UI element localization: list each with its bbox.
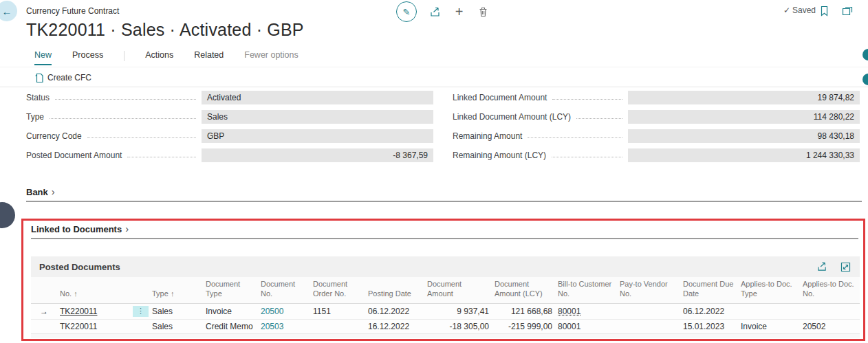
bank-section: Bank › (26, 186, 862, 202)
cell-document-amount-lcy: 121 668,68 (492, 303, 555, 319)
no-link[interactable]: TK220011 (60, 307, 98, 316)
col-no[interactable]: No. ↑ (57, 277, 130, 303)
document-no-link[interactable]: 20503 (261, 322, 283, 331)
cell-type: Sales (149, 319, 203, 333)
dotted-leader (55, 99, 196, 100)
back-arrow-icon: ← (2, 5, 12, 17)
posted-document-amount-field[interactable]: -8 367,59 (202, 148, 433, 162)
cell-pay-to-vendor-no (617, 303, 680, 319)
posted-documents-card: Posted Documents (31, 256, 860, 338)
share-button[interactable] (429, 6, 441, 18)
share-list-button[interactable] (816, 261, 827, 273)
cell-bill-to-customer-no: 80001 (555, 319, 617, 333)
dotted-leader (552, 157, 622, 157)
popout-window-icon (842, 6, 853, 16)
remaining-amount-label: Remaining Amount (453, 131, 522, 143)
currency-future-contract-page: ← Currency Future Contract ✎ + ✓ Saved (0, 0, 868, 343)
row-menu-button[interactable]: ⋮ (133, 306, 149, 317)
new-record-button[interactable]: + (453, 6, 465, 18)
back-button[interactable]: ← (0, 1, 17, 21)
col-applies-to-doc-no[interactable]: Applies-to Doc. No. (800, 277, 860, 303)
active-row-arrow-icon: → (40, 307, 48, 316)
linked-to-documents-section: Linked to Documents › (31, 223, 858, 239)
document-no-link[interactable]: 20500 (261, 307, 283, 316)
type-field[interactable]: Sales (202, 110, 433, 124)
cell-document-type: Invoice (203, 303, 258, 319)
currency-code-field[interactable]: GBP (202, 129, 433, 143)
pencil-icon: ✎ (403, 7, 411, 17)
expand-list-button[interactable] (840, 261, 851, 273)
col-document-amount-lcy[interactable]: Document Amount (LCY) (492, 277, 555, 303)
cell-type: Sales (149, 303, 203, 319)
new-document-icon (34, 73, 43, 83)
section-divider (31, 238, 858, 239)
table-row[interactable]: TK220011 Sales Credit Memo 20503 16.12.2… (31, 319, 860, 333)
col-applies-to-doc-type[interactable]: Applies-to Doc. Type (738, 277, 800, 303)
linked-document-amount-field[interactable]: 19 874,82 (628, 91, 860, 104)
table-row[interactable]: → TK220011 ⋮ Sales Invoice 20500 1151 06… (31, 303, 860, 319)
col-document-due-date[interactable]: Document Due Date (680, 277, 738, 303)
tab-new[interactable]: New (34, 50, 52, 65)
bank-section-header[interactable]: Bank › (26, 186, 862, 198)
col-type[interactable]: Type ↑ (149, 277, 203, 303)
cell-no: TK220011 (57, 319, 130, 333)
bank-section-title: Bank (26, 187, 48, 197)
col-pay-to-vendor-no[interactable]: Pay-to Vendor No. (617, 277, 680, 303)
action-row: Create CFC (0, 69, 868, 87)
breadcrumb: Currency Future Contract (26, 6, 119, 16)
remaining-amount-field[interactable]: 98 430,18 (628, 129, 860, 143)
create-cfc-button[interactable]: Create CFC (34, 73, 91, 83)
tab-process[interactable]: Process (72, 50, 103, 64)
bookmark-button[interactable] (818, 5, 830, 16)
linked-document-amount-lcy-label: Linked Document Amount (LCY) (453, 112, 571, 124)
tab-related[interactable]: Related (194, 50, 224, 64)
bookmark-icon (820, 5, 829, 16)
section-divider (26, 201, 862, 202)
save-status: ✓ Saved (783, 5, 816, 15)
col-document-type[interactable]: Document Type (203, 277, 258, 303)
plus-icon: + (455, 6, 464, 18)
currency-code-label: Currency Code (26, 131, 82, 143)
chevron-right-icon: › (52, 186, 55, 197)
ribbon-tab-strip: New Process Actions Related Fewer option… (0, 50, 868, 67)
type-label: Type (26, 112, 44, 124)
remaining-amount-lcy-label: Remaining Amount (LCY) (453, 151, 546, 162)
dotted-leader (552, 99, 622, 100)
linked-to-documents-title: Linked to Documents (31, 224, 122, 234)
col-document-no[interactable]: Document No. (258, 277, 310, 303)
cell-document-amount: 9 937,41 (424, 303, 492, 319)
linked-to-documents-header[interactable]: Linked to Documents › (31, 223, 858, 235)
cell-document-type: Credit Memo (203, 319, 258, 333)
edit-button[interactable]: ✎ (396, 1, 417, 22)
col-row-menu (130, 277, 149, 303)
cell-posting-date: 06.12.2022 (365, 303, 424, 319)
cell-document-amount: -18 305,00 (424, 319, 492, 333)
col-document-order-no[interactable]: Document Order No. (310, 277, 365, 303)
bill-to-customer-link[interactable]: 80001 (558, 307, 581, 316)
linked-document-amount-label: Linked Document Amount (453, 93, 547, 104)
cell-applies-to-doc-no: 20502 (800, 319, 860, 333)
status-label: Status (26, 93, 50, 104)
cell-applies-to-doc-type: Invoice (738, 319, 800, 333)
tab-divider (124, 51, 124, 61)
delete-button[interactable] (477, 6, 489, 18)
tab-actions[interactable]: Actions (145, 50, 173, 64)
dotted-leader (576, 118, 622, 119)
posted-document-amount-label: Posted Document Amount (26, 151, 122, 162)
status-field[interactable]: Activated (202, 91, 433, 104)
cell-document-amount-lcy: -215 999,00 (492, 319, 555, 333)
tab-fewer-options[interactable]: Fewer options (244, 50, 299, 64)
linked-document-amount-lcy-field[interactable]: 114 280,22 (628, 110, 860, 124)
cell-document-order-no: 1151 (310, 303, 365, 319)
saved-label: Saved (792, 5, 816, 15)
dotted-leader (127, 157, 196, 157)
remaining-amount-lcy-field[interactable]: 1 244 330,33 (628, 148, 860, 162)
annotation-dark-circle (0, 202, 15, 228)
col-bill-to-customer-no[interactable]: Bill-to Customer No. (555, 277, 617, 303)
cell-pay-to-vendor-no (617, 319, 680, 333)
col-posting-date[interactable]: Posting Date (365, 277, 424, 303)
create-cfc-label: Create CFC (47, 73, 91, 82)
posted-documents-title: Posted Documents (39, 262, 120, 272)
col-document-amount[interactable]: Document Amount (424, 277, 492, 303)
open-in-window-button[interactable] (841, 5, 853, 16)
